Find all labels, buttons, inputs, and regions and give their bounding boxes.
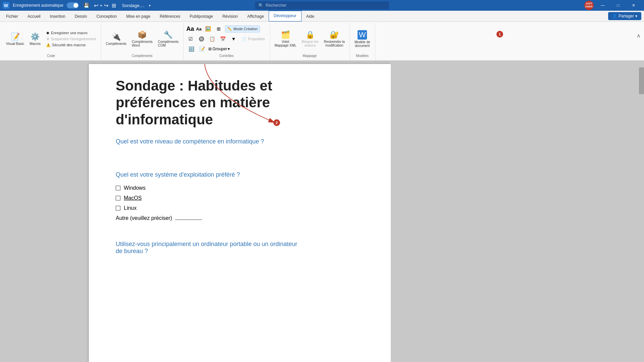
tab-affichage[interactable]: Affichage [243, 11, 269, 21]
shield-icon: 🔐 [330, 31, 339, 39]
annotation-1-container: 1 [496, 31, 503, 38]
visual-basic-button[interactable]: 📝 Visual Basic [4, 31, 26, 47]
font-size-large-button[interactable]: Aa [186, 25, 194, 33]
ribbon-group-controls: Aa Aa 🖼️ ⊞ ✏️ Mode Création ☑ 🔘 [183, 23, 270, 60]
modele-document-button[interactable]: W Modèle dedocument [353, 29, 372, 49]
list-control-icon[interactable]: 📋 [208, 35, 216, 43]
search-input[interactable] [266, 3, 366, 8]
left-margin [0, 61, 89, 362]
tab-accueil[interactable]: Accueil [23, 11, 45, 21]
grouper-button[interactable]: ⊞ Grouper ▾ [208, 47, 230, 51]
scrollbar-thumb[interactable] [639, 67, 644, 94]
font-size-small-button[interactable]: Aa [196, 26, 202, 32]
complements-com-button[interactable]: 🔧 ComplémentsCOM [156, 29, 181, 49]
search-bar[interactable]: 🔍 [255, 1, 389, 9]
maximize-button[interactable]: □ [610, 0, 626, 11]
profile-button[interactable]: JUSTGEEK [584, 1, 594, 10]
modeles-group-items: W Modèle dedocument [353, 24, 372, 53]
volet-mappage-button[interactable]: 🗂️ VoletMappage XML [273, 29, 299, 49]
lock-icon: 🔒 [306, 31, 315, 39]
controls-group-items: Aa Aa 🖼️ ⊞ ✏️ Mode Création ☑ 🔘 [186, 24, 267, 53]
complements-com-icon: 🔧 [164, 31, 173, 39]
controls-group-label: Contrôles [219, 53, 234, 59]
ribbon-group-mappage: 🗂️ VoletMappage XML 🔒 Bloquer lesauteurs… [270, 23, 350, 60]
dropdown-control-icon[interactable]: ▼ [229, 35, 238, 43]
macros-button[interactable]: ⚙️ Macros [28, 31, 43, 47]
checkbox-linux-box[interactable] [116, 206, 120, 210]
filename-dropdown-icon[interactable]: ▾ [149, 4, 151, 7]
properties-icon: 📄 [242, 37, 247, 41]
mode-creation-button[interactable]: ✏️ Mode Création [225, 25, 260, 33]
word-app-icon: W [3, 2, 9, 9]
question-1: Quel est votre niveau de compétence en i… [116, 138, 364, 145]
grouper-dropdown-icon[interactable]: ▾ [228, 47, 230, 51]
title-bar: W Enregistrement automatique 💾 ↩ ▾ ↪ ⊞ S… [0, 0, 644, 11]
tab-revision[interactable]: Révision [218, 11, 243, 21]
macro-security-button[interactable]: ⚠️ Sécurité des macros [44, 42, 98, 48]
undo-redo-group: ↩ ▾ ↪ ⊞ [93, 2, 117, 9]
date-control-icon[interactable]: 📅 [218, 35, 227, 43]
auto-save-toggle[interactable] [67, 2, 79, 8]
tab-insertion[interactable]: Insertion [45, 11, 70, 21]
pause-icon: ⏸ [46, 37, 50, 41]
undo-dropdown-icon[interactable]: ▾ [100, 4, 102, 7]
checkbox-control-icon[interactable]: ☑ [186, 35, 195, 43]
document-title: Sondage : Habitudes etpréférences en mat… [116, 77, 364, 128]
tab-conception[interactable]: Conception [92, 11, 121, 21]
complements-group-items: 🔌 Compléments 📦 ComplémentsWord 🔧 Complé… [104, 24, 180, 53]
checkbox-windows: Windows [116, 185, 364, 191]
table-control-icon[interactable]: ⊞ [214, 24, 223, 33]
fill-line [175, 220, 202, 220]
pause-record-button: ⏸ Suspendre l'enregistrement [44, 36, 98, 42]
title-bar-right: JUSTGEEK — □ ✕ [389, 0, 641, 11]
tab-publipostage[interactable]: Publipostage [185, 11, 218, 21]
warning-icon: ⚠️ [46, 43, 51, 47]
ribbon-group-complements: 🔌 Compléments 📦 ComplémentsWord 🔧 Complé… [101, 23, 183, 60]
checkbox-windows-box[interactable] [116, 186, 120, 190]
legacy-control-icon[interactable]: 🔡 [187, 45, 196, 53]
tab-developpeur[interactable]: Développeur [269, 11, 302, 21]
partager-button[interactable]: 👤 Partager ▾ [608, 12, 641, 20]
tab-fichier[interactable]: Fichier [1, 11, 23, 21]
scrollbar[interactable] [639, 61, 644, 362]
question-2: Quel est votre système d'exploitation pr… [116, 171, 364, 178]
mappage-group-label: Mappage [303, 53, 317, 59]
image-control-icon[interactable]: 🖼️ [204, 24, 212, 33]
tab-references[interactable]: Références [155, 11, 185, 21]
save-icon[interactable]: 💾 [82, 2, 91, 9]
tab-dessin[interactable]: Dessin [70, 11, 92, 21]
macros-icon: ⚙️ [31, 33, 40, 41]
complements-button[interactable]: 🔌 Compléments [104, 31, 128, 47]
record-macro-button[interactable]: ⏺ Enregistrer une macro [44, 30, 98, 36]
annotation-2-container: 2 [273, 119, 280, 126]
ribbon-collapse-button[interactable]: ∧ [637, 33, 641, 39]
undo-icon[interactable]: ↩ [93, 2, 100, 9]
title-bar-left: W Enregistrement automatique 💾 ↩ ▾ ↪ ⊞ S… [3, 2, 255, 9]
pencil-icon: ✏️ [227, 27, 232, 31]
tab-aide[interactable]: Aide [302, 11, 319, 21]
checkbox-windows-label: Windows [124, 185, 146, 191]
tab-mise-en-page[interactable]: Mise en page [121, 11, 155, 21]
code-group-label: Code [47, 53, 55, 59]
quick-access-icon[interactable]: ⊞ [110, 2, 117, 9]
checkbox-linux: Linux [116, 205, 364, 211]
radio-control-icon[interactable]: 🔘 [197, 35, 206, 43]
checkbox-macos-label: MacOS [124, 195, 142, 201]
restreindre-button[interactable]: 🔐 Restreindre lamodification [322, 29, 347, 49]
ribbon: Fichier Accueil Insertion Dessin Concept… [0, 11, 644, 61]
checkbox-macos-box[interactable] [116, 196, 120, 200]
share-icon: 👤 [612, 14, 617, 18]
close-button[interactable]: ✕ [626, 0, 641, 11]
window-controls: — □ ✕ [595, 0, 641, 11]
word-template-icon: W [358, 30, 367, 40]
page-content: Sondage : Habitudes etpréférences en mat… [89, 64, 391, 362]
auto-save-label: Enregistrement automatique [13, 3, 63, 8]
file-name: Sondage.... [122, 3, 145, 8]
modeles-group-label: Modèles [356, 53, 369, 59]
redo-icon[interactable]: ↪ [103, 2, 110, 9]
extra-control-icon[interactable]: 📝 [198, 45, 206, 53]
complements-word-button[interactable]: 📦 ComplémentsWord [130, 29, 155, 49]
ribbon-tabs: Fichier Accueil Insertion Dessin Concept… [0, 11, 644, 22]
minimize-button[interactable]: — [595, 0, 610, 11]
partager-dropdown-icon[interactable]: ▾ [635, 14, 637, 18]
